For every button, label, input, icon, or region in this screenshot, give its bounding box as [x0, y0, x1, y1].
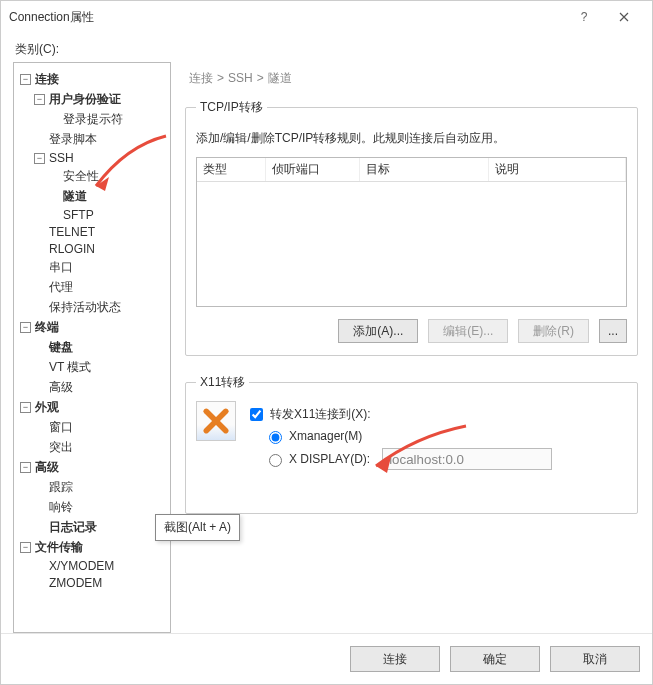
tree-item-login-script[interactable]: 登录脚本: [32, 130, 168, 149]
tree-item-rlogin[interactable]: RLOGIN: [32, 241, 168, 257]
tree-item-auth[interactable]: −用户身份验证: [32, 90, 168, 109]
collapse-icon: −: [20, 542, 31, 553]
tree-item-zmodem[interactable]: ZMODEM: [32, 575, 168, 591]
tree-item-terminal[interactable]: −终端: [18, 318, 168, 337]
col-target[interactable]: 目标: [360, 158, 489, 182]
close-icon: [619, 12, 629, 22]
dialog-content: 类别(C): −连接 −用户身份验证 登录提示符: [1, 33, 652, 633]
xmanager-icon: [196, 401, 236, 441]
xmanager-label[interactable]: Xmanager(M): [289, 429, 362, 443]
rules-table[interactable]: 类型 侦听端口 目标 说明: [196, 157, 627, 307]
tcpip-fieldset: TCP/IP转移 添加/编辑/删除TCP/IP转移规则。此规则连接后自动应用。 …: [185, 99, 638, 356]
delete-button[interactable]: 删除(R): [518, 319, 589, 343]
titlebar: Connection属性 ?: [1, 1, 652, 33]
ok-button[interactable]: 确定: [450, 646, 540, 672]
help-button[interactable]: ?: [564, 1, 604, 33]
tree-item-security[interactable]: 安全性: [46, 167, 168, 186]
breadcrumb-item[interactable]: SSH: [228, 71, 253, 85]
col-type[interactable]: 类型: [197, 158, 266, 182]
xdisplay-label[interactable]: X DISPLAY(D):: [289, 452, 370, 466]
category-tree[interactable]: −连接 −用户身份验证 登录提示符 登录脚本 −: [13, 62, 171, 633]
tree-item-keyboard[interactable]: 键盘: [32, 338, 168, 357]
dialog-button-bar: 连接 确定 取消: [1, 633, 652, 684]
forward-x11-label[interactable]: 转发X11连接到(X):: [270, 406, 371, 423]
col-desc[interactable]: 说明: [488, 158, 625, 182]
x11-fieldset: X11转移 转发X11连接到(X): Xmana: [185, 374, 638, 514]
collapse-icon: −: [20, 402, 31, 413]
tree-item-window[interactable]: 窗口: [32, 418, 168, 437]
breadcrumb-item: 隧道: [268, 71, 292, 85]
right-pane: 连接>SSH>隧道 TCP/IP转移 添加/编辑/删除TCP/IP转移规则。此规…: [183, 62, 640, 633]
edit-button[interactable]: 编辑(E)...: [428, 319, 508, 343]
xdisplay-radio[interactable]: [269, 454, 282, 467]
connect-button[interactable]: 连接: [350, 646, 440, 672]
body-row: −连接 −用户身份验证 登录提示符 登录脚本 −: [13, 62, 640, 633]
tree-item-login-prompt[interactable]: 登录提示符: [46, 110, 168, 129]
xdisplay-input[interactable]: [382, 448, 552, 470]
add-button[interactable]: 添加(A)...: [338, 319, 418, 343]
more-button[interactable]: ...: [599, 319, 627, 343]
window-title: Connection属性: [9, 9, 564, 26]
tree-item-filetrans[interactable]: −文件传输: [18, 538, 168, 557]
collapse-icon: −: [20, 462, 31, 473]
collapse-icon: −: [34, 153, 45, 164]
close-button[interactable]: [604, 1, 644, 33]
tree-item-advanced[interactable]: −高级: [18, 458, 168, 477]
tree-item-keepalive[interactable]: 保持活动状态: [32, 298, 168, 317]
collapse-icon: −: [20, 322, 31, 333]
cancel-button[interactable]: 取消: [550, 646, 640, 672]
tree-item-trace[interactable]: 跟踪: [32, 478, 168, 497]
tree-item-tunnel[interactable]: 隧道: [46, 187, 168, 206]
tcpip-legend: TCP/IP转移: [196, 99, 267, 116]
tree-item-appearance[interactable]: −外观: [18, 398, 168, 417]
tree-item-serial[interactable]: 串口: [32, 258, 168, 277]
col-port[interactable]: 侦听端口: [266, 158, 360, 182]
tcpip-description: 添加/编辑/删除TCP/IP转移规则。此规则连接后自动应用。: [196, 130, 627, 147]
breadcrumb: 连接>SSH>隧道: [183, 62, 640, 95]
forward-x11-checkbox[interactable]: [250, 408, 263, 421]
tree-item-connection[interactable]: −连接: [18, 70, 168, 89]
breadcrumb-item[interactable]: 连接: [189, 71, 213, 85]
collapse-icon: −: [20, 74, 31, 85]
xmanager-radio[interactable]: [269, 431, 282, 444]
tree-item-log[interactable]: 日志记录: [32, 518, 168, 537]
tree-item-ssh[interactable]: −SSH: [32, 150, 168, 166]
category-label: 类别(C):: [15, 41, 640, 58]
tree-item-sftp[interactable]: SFTP: [46, 207, 168, 223]
dialog-window: Connection属性 ? 类别(C): −连接 −用户身份验证: [0, 0, 653, 685]
screenshot-tooltip: 截图(Alt + A): [155, 514, 240, 541]
tree-item-vt[interactable]: VT 模式: [32, 358, 168, 377]
tree-item-xymodem[interactable]: X/YMODEM: [32, 558, 168, 574]
tree-item-advanced-term[interactable]: 高级: [32, 378, 168, 397]
tree-item-highlight[interactable]: 突出: [32, 438, 168, 457]
x11-legend: X11转移: [196, 374, 249, 391]
collapse-icon: −: [34, 94, 45, 105]
tree-item-telnet[interactable]: TELNET: [32, 224, 168, 240]
tree-item-bell[interactable]: 响铃: [32, 498, 168, 517]
tcpip-button-row: 添加(A)... 编辑(E)... 删除(R) ...: [196, 319, 627, 343]
tree-item-proxy[interactable]: 代理: [32, 278, 168, 297]
